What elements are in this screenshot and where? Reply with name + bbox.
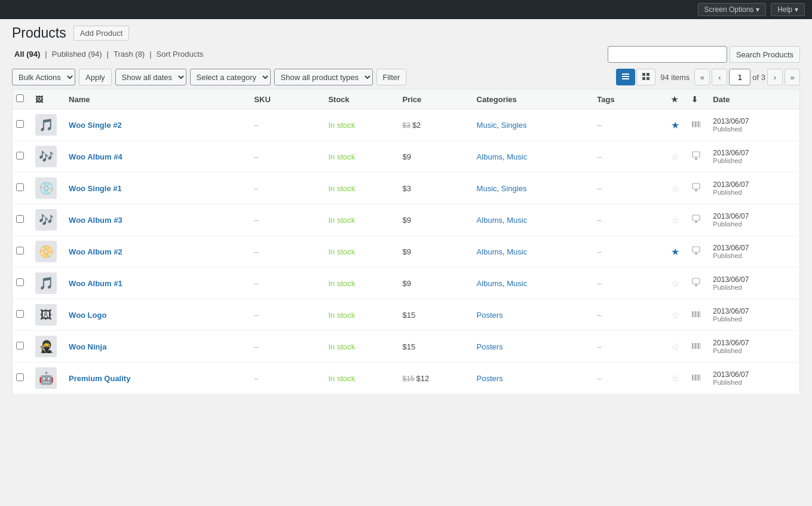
product-name-link[interactable]: Woo Single #2 — [69, 121, 122, 130]
svg-rect-0 — [622, 73, 629, 75]
sort-products-link[interactable]: Sort Products — [154, 50, 206, 59]
product-name-link[interactable]: Woo Album #1 — [69, 279, 122, 288]
row-tags-cell: – — [591, 331, 665, 363]
featured-star-icon[interactable]: ★ — [671, 247, 679, 257]
featured-star-icon[interactable]: ☆ — [671, 152, 679, 162]
sku-value: – — [254, 342, 258, 351]
row-sku-cell: – — [248, 173, 322, 204]
filter-published-link[interactable]: Published (94) — [50, 50, 105, 59]
product-type-filter-select[interactable]: Show all product types — [274, 69, 373, 85]
product-name-link[interactable]: Woo Album #3 — [69, 216, 122, 225]
header-stock-column[interactable]: Stock — [322, 90, 396, 109]
row-date-cell: 2013/06/07 Published — [707, 236, 799, 268]
prev-page-button[interactable]: ‹ — [712, 69, 727, 85]
row-price-cell: $3$2 — [397, 109, 471, 141]
header-name-column[interactable]: Name — [63, 90, 248, 109]
product-name-link[interactable]: Woo Logo — [69, 311, 106, 320]
header-date-column[interactable]: Date — [707, 90, 799, 109]
grid-view-button[interactable] — [636, 69, 655, 85]
row-checkbox[interactable] — [16, 247, 24, 254]
featured-star-icon[interactable]: ★ — [671, 120, 679, 130]
category-link[interactable]: Singles — [501, 184, 527, 193]
table-row: 🖼 Woo Logo – In stock $15 Posters – ☆ 20… — [13, 299, 800, 331]
row-type-cell — [685, 204, 707, 236]
product-name-link[interactable]: Woo Single #1 — [69, 184, 122, 193]
header-price-column[interactable]: Price — [397, 90, 471, 109]
featured-star-icon[interactable]: ☆ — [671, 215, 679, 225]
product-type-icon — [691, 121, 701, 131]
category-link[interactable]: Posters — [477, 311, 503, 320]
apply-button[interactable]: Apply — [79, 69, 112, 85]
product-name-link[interactable]: Premium Quality — [69, 374, 130, 383]
row-checkbox-cell — [13, 236, 30, 268]
search-input[interactable] — [608, 46, 727, 63]
featured-star-icon[interactable]: ☆ — [671, 373, 679, 384]
row-thumbnail-cell: 🎶 — [29, 204, 63, 236]
featured-star-icon[interactable]: ☆ — [671, 278, 679, 289]
row-checkbox-cell — [13, 173, 30, 204]
current-page-input[interactable] — [729, 69, 750, 85]
row-checkbox[interactable] — [16, 152, 24, 160]
product-name-link[interactable]: Woo Album #2 — [69, 247, 122, 256]
row-sku-cell: – — [248, 204, 322, 236]
list-view-button[interactable] — [616, 69, 635, 85]
last-page-button[interactable]: » — [785, 69, 800, 85]
row-name-cell: Woo Album #1 — [63, 268, 248, 299]
tags-value: – — [597, 152, 601, 161]
featured-star-icon[interactable]: ☆ — [671, 342, 679, 352]
page-header: Products Add Product — [12, 25, 800, 41]
category-link[interactable]: Albums — [477, 152, 502, 161]
screen-options-chevron-icon: ▾ — [756, 5, 759, 14]
row-checkbox[interactable] — [16, 120, 24, 128]
next-page-button[interactable]: › — [767, 69, 783, 85]
category-link[interactable]: Albums — [477, 279, 502, 288]
category-link[interactable]: Music — [507, 279, 527, 288]
row-checkbox[interactable] — [16, 342, 24, 349]
category-link[interactable]: Music — [477, 184, 497, 193]
date-filter-select[interactable]: Show all dates — [115, 69, 186, 85]
sku-value: – — [254, 247, 258, 256]
category-link[interactable]: Singles — [501, 121, 527, 130]
category-link[interactable]: Albums — [477, 216, 502, 225]
filter-all-link[interactable]: All (94) — [12, 50, 42, 59]
search-products-button[interactable]: Search Products — [730, 46, 800, 63]
featured-star-icon[interactable]: ☆ — [671, 183, 679, 194]
header-sku-column[interactable]: SKU — [248, 90, 322, 109]
row-tags-cell: – — [591, 236, 665, 268]
category-link[interactable]: Music — [477, 121, 497, 130]
header-tags-column[interactable]: Tags — [591, 90, 665, 109]
row-stock-cell: In stock — [322, 141, 396, 173]
category-link[interactable]: Posters — [477, 374, 503, 383]
row-checkbox[interactable] — [16, 373, 24, 381]
header-categories-column[interactable]: Categories — [471, 90, 592, 109]
filter-trash-link[interactable]: Trash (8) — [111, 50, 147, 59]
tags-value: – — [597, 374, 601, 383]
header-checkbox-column — [13, 90, 30, 109]
row-date-cell: 2013/06/07 Published — [707, 204, 799, 236]
screen-options-button[interactable]: Screen Options ▾ — [698, 3, 767, 16]
help-button[interactable]: Help ▾ — [771, 3, 805, 16]
product-thumbnail: 🖼 — [35, 304, 57, 326]
row-checkbox[interactable] — [16, 310, 24, 318]
product-name-link[interactable]: Woo Album #4 — [69, 152, 122, 161]
featured-star-icon[interactable]: ☆ — [671, 310, 679, 320]
category-link[interactable]: Albums — [477, 247, 502, 256]
category-link[interactable]: Music — [507, 247, 527, 256]
category-link[interactable]: Posters — [477, 342, 503, 351]
svg-marker-16 — [694, 189, 698, 191]
row-checkbox[interactable] — [16, 278, 24, 286]
svg-rect-37 — [695, 375, 696, 381]
select-all-checkbox[interactable] — [16, 94, 24, 102]
category-link[interactable]: Music — [507, 152, 527, 161]
product-name-link[interactable]: Woo Ninja — [69, 342, 106, 351]
first-page-button[interactable]: « — [694, 69, 710, 85]
category-link[interactable]: Music — [507, 216, 527, 225]
bulk-actions-select[interactable]: Bulk Actions — [12, 69, 75, 85]
category-filter-select[interactable]: Select a category — [190, 69, 271, 85]
filter-button[interactable]: Filter — [376, 69, 407, 85]
row-checkbox[interactable] — [16, 183, 24, 191]
add-product-button[interactable]: Add Product — [73, 26, 130, 41]
row-sku-cell: – — [248, 268, 322, 299]
row-checkbox[interactable] — [16, 215, 24, 223]
row-checkbox-cell — [13, 268, 30, 299]
